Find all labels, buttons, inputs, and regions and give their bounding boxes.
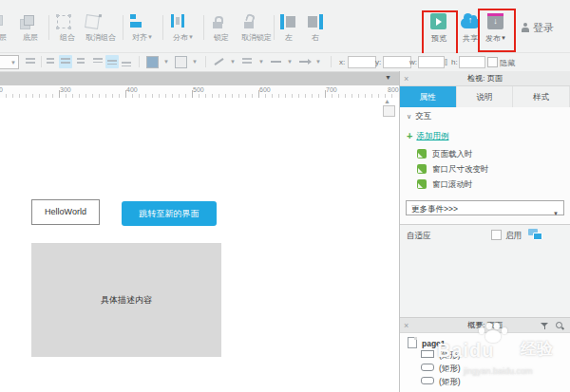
line-color-picker[interactable]: ▼ [213,55,236,68]
align-text-center-button[interactable] [59,55,72,68]
toolbar-divider [203,15,204,40]
x-field[interactable] [348,56,376,68]
toolbar-divider [41,56,42,67]
outline-tree: page1 (矩形) (矩形) (矩形) [400,333,570,392]
design-canvas[interactable]: HelloWorld 跳转至新的界面 具体描述内容 [0,98,399,392]
share-button[interactable]: ↑ 共享 [457,13,484,43]
dash-line-icon [271,61,281,63]
align-text-left-button[interactable] [45,55,58,68]
valign-middle-button[interactable] [105,55,119,68]
send-to-back-label: 底层 [23,33,38,42]
chevron-down-icon: ▼ [553,206,559,221]
line-spacing-button[interactable] [24,55,37,68]
opacity-swatch [175,56,187,68]
align-right-edge-button[interactable]: 右 [304,12,327,42]
event-onpageload[interactable]: 页面载入时 [417,149,473,160]
align-text-left-icon [47,58,54,65]
ungroup-button[interactable]: 取消组合 [81,12,121,42]
group-button[interactable]: 组合 [52,12,83,42]
format-toolbar: ▼ ▼ ▼ ▼ ▼ ▼ ▼ x: y: w: [] h: 隐藏 [0,53,570,72]
tab-notes[interactable]: 说明 [457,86,514,107]
tree-item-rectangle[interactable]: (矩形) [421,364,461,375]
send-to-back-button[interactable]: 底层 [16,12,45,42]
event-onwindowresize[interactable]: 窗口尺寸改变时 [417,164,489,176]
scroll-up-arrow-icon[interactable]: ▲ [384,98,390,104]
event-icon [417,164,427,174]
filter-icon[interactable] [541,322,549,330]
chevron-down-icon: ▼ [163,59,169,65]
bring-to-front-icon [0,12,13,31]
helloworld-widget[interactable]: HelloWorld [31,199,100,225]
adaptive-section: 自适应 启用 [400,225,570,317]
align-text-right-button[interactable] [73,55,86,68]
arrow-style-picker[interactable]: ▼ [298,55,321,68]
tab-style[interactable]: 样式 [513,86,570,107]
publish-button[interactable]: ↓ 发布▼ [483,13,509,43]
vertical-scrollbar-thumb[interactable] [383,105,395,117]
align-text-right-icon [77,58,85,65]
align-left-edge-button[interactable]: 左 [277,12,300,42]
adaptive-devices-icon[interactable] [528,229,542,239]
group-label: 组合 [60,33,75,42]
inspector-header: × 检视: 页面 [400,71,570,86]
x-field-label: x: [339,58,345,66]
ungroup-icon [81,12,121,31]
valign-top-button[interactable] [91,55,104,68]
opacity-picker[interactable]: ▼ [175,55,198,68]
align-button[interactable]: 对齐▼ [126,12,159,42]
line-width-icon [242,58,252,65]
tree-item-page1[interactable]: page1 [408,337,446,348]
more-events-select[interactable]: 更多事件>>> ▼ [406,200,564,215]
add-case-link[interactable]: +添加用例 [407,130,448,142]
preview-button[interactable]: 预览 [427,13,451,43]
tab-properties[interactable]: 属性 [400,86,457,107]
align-text-center-icon [61,58,70,65]
bring-to-front-button[interactable]: 顶层 [0,12,13,42]
valign-bottom-icon [122,62,131,66]
tree-item-rectangle[interactable]: (矩形) [421,377,461,388]
ruler-number: 600 [259,86,271,93]
ungroup-label: 取消组合 [86,33,116,42]
lock-button[interactable]: 锁定 [207,12,236,42]
enable-checkbox[interactable] [491,230,502,240]
right-panel: × 检视: 页面 属性 说明 样式 ∨交互 +添加用例 页面载入时 窗口尺寸改变… [399,71,570,392]
close-icon[interactable]: × [404,319,408,332]
fill-color-swatch [146,56,159,68]
fill-color-picker[interactable]: ▼ [146,55,169,68]
interaction-header[interactable]: ∨交互 [407,111,431,122]
share-label: 共享 [463,34,478,43]
h-field[interactable] [459,56,485,68]
y-field[interactable] [383,56,411,68]
login-label: 登录 [533,22,554,33]
user-icon [521,23,530,32]
ruler-number: 0 [0,86,3,93]
distribute-icon [167,12,200,31]
toolbar-divider [123,15,124,40]
event-onwindowscroll[interactable]: 窗口滚动时 [417,179,473,191]
line-width-picker[interactable]: ▼ [241,55,264,68]
tree-item-rectangle[interactable]: (矩形) [421,350,461,362]
login-button[interactable]: 登录 [521,21,554,35]
plus-icon: + [407,130,412,141]
line-style-picker[interactable]: ▼ [270,55,293,68]
jump-button-widget[interactable]: 跳转至新的界面 [122,201,217,226]
close-icon[interactable]: × [404,72,408,85]
font-style-select[interactable]: ▼ [0,55,19,69]
chevron-down-icon: ▼ [147,34,153,40]
constrain-proportions-icon[interactable]: [] [445,58,446,65]
unlock-icon [236,12,277,31]
w-field[interactable] [418,56,445,68]
ruler-number: 400 [126,86,138,93]
align-left-edge-icon [277,12,300,31]
toolbar-divider [48,15,49,40]
hide-checkbox[interactable] [487,57,498,67]
valign-bottom-button[interactable] [120,55,133,68]
inspector-title: 检视: 页面 [400,71,570,85]
tab-list-chevron-icon[interactable]: ▼ [385,74,391,81]
distribute-button[interactable]: 分布▼ [167,12,200,42]
unlock-button[interactable]: 取消锁定 [236,12,277,42]
rectangle-icon [421,377,434,384]
chevron-down-icon: ▼ [287,59,293,65]
description-box-widget[interactable]: 具体描述内容 [31,243,221,357]
search-icon[interactable] [555,321,564,330]
